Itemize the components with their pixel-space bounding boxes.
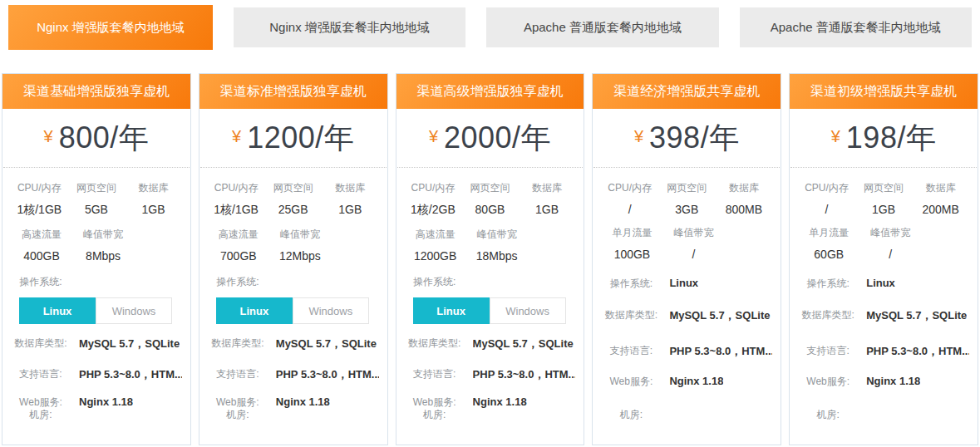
plan-title: 渠道高级增强版独享虚机 [396, 74, 584, 109]
plan-price: ¥800/年 [3, 109, 190, 168]
spec-bandwidth: 峰值带宽18Mbps [466, 228, 528, 263]
language-row: 支持语言:PHP 5.3~8.0，HTM... [798, 343, 969, 359]
spec-cpu: CPU/内存1核/1GB [11, 181, 68, 218]
spec-bandwidth: 峰值带宽8Mbps [72, 228, 134, 263]
os-row: 操作系统: [11, 274, 182, 289]
dbtype-row: 数据库类型:MySQL 5.7，SQLite [601, 307, 772, 323]
os-row: 操作系统: [208, 274, 379, 289]
spec-database: 数据库1GB [322, 181, 379, 218]
currency-symbol: ¥ [44, 127, 53, 146]
detail-rows: 操作系统: Linux Windows 数据库类型:MySQL 5.7，SQLi… [2, 263, 190, 422]
plan-card: 渠道初级增强版共享虚机 ¥198/年 CPU/内存/ 网页空间1GB 数据库20… [789, 73, 978, 445]
detail-rows: 操作系统: Linux Windows 数据库类型:MySQL 5.7，SQLi… [396, 263, 584, 422]
spec-cpu: CPU/内存/ [601, 181, 658, 216]
datacenter-row: 机房: [11, 407, 182, 422]
detail-rows: 操作系统: Linux Windows 数据库类型:MySQL 5.7，SQLi… [199, 263, 387, 422]
spec-webspace: 网页空间3GB [658, 181, 716, 216]
spec-grid: CPU/内存1核/1GB 网页空间25GB 数据库1GB 高速流量700GB 峰… [199, 168, 387, 263]
currency-symbol: ¥ [634, 127, 643, 146]
spec-database: 数据库800MB [716, 181, 773, 216]
currency-symbol: ¥ [831, 127, 840, 146]
language-row: 支持语言:PHP 5.3~8.0，HTM... [601, 343, 772, 359]
price-unit: /年 [897, 118, 936, 159]
price-unit: /年 [315, 118, 354, 159]
plan-price: ¥398/年 [593, 109, 780, 168]
plan-price: ¥198/年 [790, 109, 977, 168]
spec-traffic: 单月流量60GB [798, 226, 859, 261]
tab-apache-basic-overseas[interactable]: Apache 普通版套餐非内地地域 [740, 7, 972, 47]
spec-traffic: 高速流量700GB [208, 228, 269, 263]
dbtype-row: 数据库类型:MySQL 5.7，SQLite [11, 336, 182, 351]
os-row: 操作系统:Linux [798, 276, 969, 291]
price-amount: 398 [649, 120, 701, 155]
plan-price: ¥2000/年 [397, 109, 584, 168]
plan-title: 渠道标准增强版独享虚机 [199, 74, 387, 109]
spec-grid: CPU/内存1核/2GB 网页空间80GB 数据库1GB 高速流量1200GB … [396, 168, 584, 263]
dbtype-row: 数据库类型:MySQL 5.7，SQLite [208, 336, 379, 351]
plan-card: 渠道经济增强版共享虚机 ¥398/年 CPU/内存/ 网页空间3GB 数据库80… [592, 73, 781, 445]
plan-tab-bar: Nginx 增强版套餐内地地域 Nginx 增强版套餐非内地地域 Apache … [0, 0, 980, 50]
language-row: 支持语言:PHP 5.3~8.0，HTM... [208, 366, 379, 382]
spec-cpu: CPU/内存1核/2GB [405, 181, 462, 218]
plan-card: 渠道高级增强版独享虚机 ¥2000/年 CPU/内存1核/2GB 网页空间80G… [396, 73, 585, 445]
language-row: 支持语言:PHP 5.3~8.0，HTM... [405, 366, 576, 382]
spec-database: 数据库1GB [125, 181, 182, 218]
plan-title: 渠道基础增强版独享虚机 [2, 74, 190, 109]
spec-bandwidth: 峰值带宽/ [662, 226, 724, 261]
os-option-windows[interactable]: Windows [490, 297, 566, 324]
spec-traffic: 高速流量400GB [11, 228, 72, 263]
spec-bandwidth: 峰值带宽12Mbps [269, 228, 331, 263]
price-unit: /年 [110, 118, 149, 159]
spec-traffic: 单月流量100GB [601, 226, 662, 261]
datacenter-row: 机房: [798, 407, 969, 422]
dbtype-row: 数据库类型:MySQL 5.7，SQLite [798, 307, 969, 323]
plan-price: ¥1200/年 [200, 109, 387, 168]
spec-database: 数据库1GB [519, 181, 576, 218]
plan-title: 渠道初级增强版共享虚机 [790, 74, 978, 109]
detail-rows: 操作系统:Linux 数据库类型:MySQL 5.7，SQLite 支持语言:P… [790, 261, 978, 422]
spec-grid: CPU/内存/ 网页空间1GB 数据库200MB 单月流量60GB 峰值带宽/ [790, 168, 978, 261]
spec-webspace: 网页空间25GB [264, 181, 322, 218]
price-amount: 198 [846, 120, 898, 155]
plan-card: 渠道标准增强版独享虚机 ¥1200/年 CPU/内存1核/1GB 网页空间25G… [199, 73, 388, 445]
os-row: 操作系统:Linux [601, 276, 772, 291]
currency-symbol: ¥ [232, 127, 241, 146]
spec-cpu: CPU/内存1核/1GB [208, 181, 265, 218]
os-toggle: Linux Windows [216, 297, 379, 324]
spec-grid: CPU/内存/ 网页空间3GB 数据库800MB 单月流量100GB 峰值带宽/ [593, 168, 781, 261]
detail-rows: 操作系统:Linux 数据库类型:MySQL 5.7，SQLite 支持语言:P… [593, 261, 781, 422]
plan-title: 渠道经济增强版共享虚机 [593, 74, 781, 109]
os-option-linux[interactable]: Linux [413, 297, 490, 324]
datacenter-row: 机房: [405, 407, 576, 422]
plan-card: 渠道基础增强版独享虚机 ¥800/年 CPU/内存1核/1GB 网页空间5GB … [2, 73, 191, 445]
datacenter-row: 机房: [208, 407, 379, 422]
spec-webspace: 网页空间80GB [461, 181, 519, 218]
plan-card-list: 渠道基础增强版独享虚机 ¥800/年 CPU/内存1核/1GB 网页空间5GB … [0, 73, 980, 445]
price-amount: 2000 [444, 120, 512, 155]
os-row: 操作系统: [405, 274, 576, 289]
os-option-linux[interactable]: Linux [216, 297, 293, 324]
dbtype-row: 数据库类型:MySQL 5.7，SQLite [405, 336, 576, 351]
currency-symbol: ¥ [429, 127, 438, 146]
spec-webspace: 网页空间5GB [68, 181, 126, 218]
tab-nginx-enhanced-mainland[interactable]: Nginx 增强版套餐内地地域 [8, 5, 213, 50]
datacenter-row: 机房: [601, 407, 772, 422]
price-unit: /年 [701, 118, 740, 159]
language-row: 支持语言:PHP 5.3~8.0，HTM... [11, 366, 182, 382]
os-toggle: Linux Windows [19, 297, 182, 324]
spec-cpu: CPU/内存/ [798, 181, 855, 216]
webserver-row: Web服务:Nginx 1.18 [798, 374, 969, 389]
tab-apache-basic-mainland[interactable]: Apache 普通版套餐内地地域 [486, 7, 718, 47]
price-unit: /年 [512, 118, 551, 159]
spec-traffic: 高速流量1200GB [405, 228, 466, 263]
price-amount: 800 [59, 120, 111, 155]
os-option-windows[interactable]: Windows [293, 297, 369, 324]
os-toggle: Linux Windows [413, 297, 576, 324]
spec-webspace: 网页空间1GB [855, 181, 913, 216]
tab-nginx-enhanced-overseas[interactable]: Nginx 增强版套餐非内地地域 [234, 7, 465, 47]
price-amount: 1200 [247, 120, 315, 155]
webserver-row: Web服务:Nginx 1.18 [601, 374, 772, 389]
spec-database: 数据库200MB [912, 181, 969, 216]
os-option-windows[interactable]: Windows [96, 297, 172, 324]
os-option-linux[interactable]: Linux [19, 297, 96, 324]
